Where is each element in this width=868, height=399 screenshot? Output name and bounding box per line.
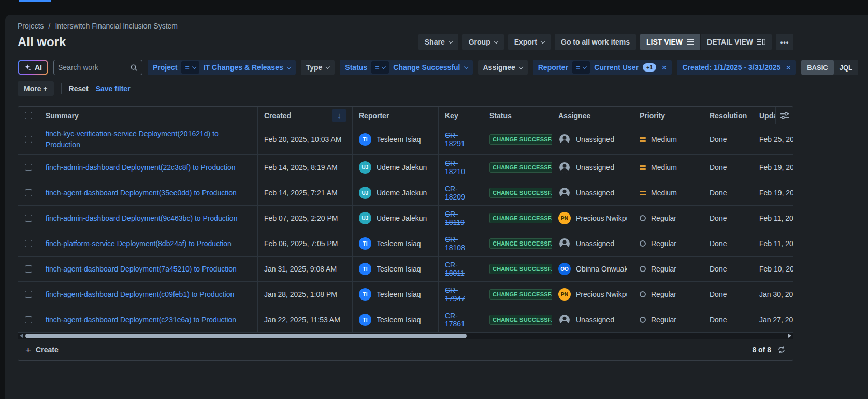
column-header-summary[interactable]: Summary <box>39 107 258 124</box>
row-checkbox[interactable] <box>25 189 32 196</box>
key-link[interactable]: CR-18119 <box>445 210 476 226</box>
basic-mode-button[interactable]: BASIC <box>801 60 833 75</box>
reporter-name: Tesleem Isiaq <box>377 316 421 324</box>
chevron-down-icon <box>286 64 291 68</box>
close-icon[interactable]: × <box>786 63 791 72</box>
work-item-link[interactable]: finch-admin-dashboard Deployment(22c3c8f… <box>46 162 236 173</box>
work-item-link[interactable]: finch-agent-dashboard Deployment(35ee0dd… <box>46 188 237 198</box>
main-surface: Projects / Interswitch Financial Inclusi… <box>5 15 868 399</box>
ai-button[interactable]: AI <box>18 60 48 75</box>
priority-cell: Medium <box>633 155 703 180</box>
chevron-down-icon <box>494 39 498 43</box>
plus-icon: + <box>25 345 31 355</box>
refresh-button[interactable] <box>777 346 786 354</box>
created-cell: Feb 14, 2025, 8:19 AM <box>258 155 353 180</box>
reporter-name: Udeme Jalekun <box>377 189 427 197</box>
operator-dropdown[interactable]: = <box>181 61 199 74</box>
status-badge[interactable]: CHANGE SUCCESSF... <box>489 264 552 274</box>
column-header-key[interactable]: Key <box>439 107 483 124</box>
unassigned-person-icon <box>558 187 571 199</box>
row-checkbox[interactable] <box>25 136 32 143</box>
search-input[interactable] <box>58 63 127 72</box>
created-cell: Jan 31, 2025, 9:08 AM <box>258 256 353 281</box>
more-filters-button[interactable]: More + <box>18 81 54 96</box>
go-to-all-work-items-button[interactable]: Go to all work items <box>555 34 636 50</box>
reporter-avatar: TI <box>359 288 371 301</box>
work-item-link[interactable]: finch-kyc-verification-service Deploymen… <box>46 129 251 150</box>
column-header-reporter[interactable]: Reporter <box>353 107 439 124</box>
key-link[interactable]: CR-18209 <box>445 184 476 201</box>
work-item-link[interactable]: finch-platform-service Deployment(8db24a… <box>46 238 232 249</box>
select-all-checkbox[interactable] <box>25 112 32 119</box>
scroll-left-arrow[interactable] <box>20 334 23 338</box>
filter-chip-created[interactable]: Created: 1/1/2025 - 3/31/2025 × <box>677 60 796 75</box>
work-item-link[interactable]: finch-agent-dashboard Deployment(c09feb1… <box>46 289 234 300</box>
share-button[interactable]: Share <box>418 34 458 50</box>
save-filter-button[interactable]: Save filter <box>96 84 131 93</box>
column-header-updated[interactable]: Updated <box>753 107 793 124</box>
column-header-priority[interactable]: Priority <box>633 107 703 124</box>
resolution-cell: Done <box>703 307 753 332</box>
status-badge[interactable]: CHANGE SUCCESSF... <box>489 315 552 325</box>
status-badge[interactable]: CHANGE SUCCESSF... <box>489 213 552 223</box>
column-header-resolution[interactable]: Resolution <box>703 107 753 124</box>
row-checkbox[interactable] <box>25 164 32 171</box>
row-checkbox[interactable] <box>25 316 32 323</box>
key-link[interactable]: CR-18210 <box>445 159 476 176</box>
breadcrumb: Projects / Interswitch Financial Inclusi… <box>18 22 793 30</box>
filter-chip-status[interactable]: Status = Change Successful <box>340 60 472 75</box>
status-badge[interactable]: CHANGE SUCCESSF... <box>489 289 552 300</box>
reporter-cell: UJ Udeme Jalekun <box>353 180 439 205</box>
key-link[interactable]: CR-18108 <box>445 235 476 252</box>
operator-dropdown[interactable]: = <box>371 61 389 74</box>
more-actions-button[interactable]: ••• <box>776 34 793 50</box>
row-checkbox[interactable] <box>25 291 32 298</box>
created-cell: Feb 06, 2025, 7:05 PM <box>258 231 353 256</box>
operator-dropdown[interactable]: = <box>572 61 590 74</box>
scrollbar-thumb[interactable] <box>25 334 467 338</box>
status-badge[interactable]: CHANGE SUCCESSF... <box>489 238 552 249</box>
row-checkbox[interactable] <box>25 265 32 273</box>
work-item-link[interactable]: finch-agent-dashboard Deployment(7a45210… <box>46 264 237 275</box>
breadcrumb-project-name[interactable]: Interswitch Financial Inclusion System <box>55 22 178 30</box>
status-badge[interactable]: CHANGE SUCCESSF... <box>489 188 552 198</box>
sort-descending-button[interactable]: ↓ <box>332 109 346 122</box>
key-link[interactable]: CR-18291 <box>445 131 476 148</box>
priority-cell: Medium <box>633 124 703 154</box>
status-badge[interactable]: CHANGE SUCCESSF... <box>489 162 552 173</box>
row-checkbox[interactable] <box>25 240 32 247</box>
assignee-avatar: PN <box>558 288 571 301</box>
status-badge[interactable]: CHANGE SUCCESSF... <box>489 134 552 145</box>
column-header-assignee[interactable]: Assignee <box>552 107 633 124</box>
work-item-link[interactable]: finch-agent-dashboard Deployment(c231e6a… <box>46 315 236 325</box>
create-button[interactable]: + Create <box>25 345 59 355</box>
table-row: finch-admin-dashboard Deployment(22c3c8f… <box>18 155 793 180</box>
export-button[interactable]: Export <box>508 34 551 50</box>
filter-chip-assignee[interactable]: Assignee <box>478 60 528 75</box>
close-icon[interactable]: × <box>661 63 667 72</box>
filter-bar-secondary: More + Reset Save filter <box>18 81 793 96</box>
column-header-status[interactable]: Status <box>483 107 552 124</box>
column-settings-button[interactable] <box>775 107 793 124</box>
filter-chip-project[interactable]: Project = IT Changes & Releases <box>148 60 296 75</box>
table-header: Summary Created ↓ Reporter Key Status As… <box>18 107 793 124</box>
detail-view-button[interactable]: DETAIL VIEW <box>701 34 772 50</box>
key-link[interactable]: CR-17947 <box>445 286 476 303</box>
table-row: finch-admin-dashboard Deployment(9c463bc… <box>18 206 793 231</box>
scroll-right-arrow[interactable] <box>788 334 791 338</box>
column-header-created[interactable]: Created ↓ <box>258 107 353 124</box>
work-item-link[interactable]: finch-admin-dashboard Deployment(9c463bc… <box>46 213 237 224</box>
filter-bar: AI Project = IT Changes & Releases Type … <box>18 60 793 75</box>
key-link[interactable]: CR-18011 <box>445 261 476 277</box>
row-checkbox[interactable] <box>25 215 32 222</box>
filter-chip-reporter[interactable]: Reporter = Current User +1 × <box>533 60 672 75</box>
list-view-button[interactable]: LIST VIEW <box>640 34 700 50</box>
reset-button[interactable]: Reset <box>69 84 89 93</box>
key-link[interactable]: CR-17861 <box>445 311 476 328</box>
filter-chip-type[interactable]: Type <box>301 60 335 75</box>
breadcrumb-projects[interactable]: Projects <box>18 22 44 30</box>
chevron-down-icon <box>541 39 545 43</box>
updated-cell: Jan 27, 2025, <box>753 307 793 332</box>
group-button[interactable]: Group <box>462 34 504 50</box>
jql-mode-button[interactable]: JQL <box>834 60 858 75</box>
